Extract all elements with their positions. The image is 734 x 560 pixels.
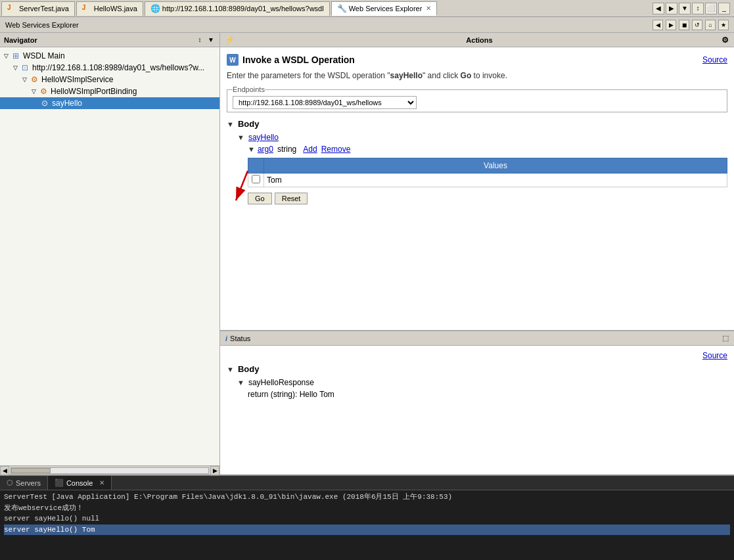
navigator-panel: Navigator ↕ ▼ ▽ ⊞ WSDL Main ▽ ⊡ http://1… [0,33,220,475]
title-bar: Web Services Explorer ◀ ▶ ◼ ↺ ⌂ ★ [0,17,734,33]
go-button[interactable]: Go [248,193,272,204]
status-say-hello-response-row: ▼ sayHelloResponse [237,378,727,387]
invoke-title: W Invoke a WSDL Operation [227,54,355,66]
right-panel: ⚡ Actions ⚙ W Invoke a WSDL Operation So… [220,33,734,475]
remove-link[interactable]: Remove [321,145,351,154]
tree-item-sayhello[interactable]: ⊙ sayHello [0,97,219,109]
tab-nav-maximize[interactable]: ⬜ [705,3,717,14]
invoke-title-text: Invoke a WSDL Operation [242,55,355,65]
status-content: Source ▼ Body ▼ sayHelloResponse return … [220,346,734,475]
body-toggle-arrow[interactable]: ▼ [227,120,234,128]
body-toggle-row: ▼ Body [227,119,727,129]
console-content: ServerTest [Java Application] E:\Program… [0,490,734,560]
tree-toggle-service[interactable]: ▽ [21,76,28,83]
scroll-track[interactable] [11,467,209,474]
status-body-toggle[interactable]: ▼ [227,365,234,373]
arg-row: ▼ arg0 string Add Remove [248,145,727,154]
tree-item-wsdl-main[interactable]: ▽ ⊞ WSDL Main [0,50,219,62]
reset-button[interactable]: Reset [275,193,308,204]
status-body-label: Body [238,364,260,374]
tab-nav-minimize[interactable]: _ [718,3,730,14]
wsdl-main-icon: ⊞ [11,51,21,61]
arg0-type: string [277,145,296,154]
tab-nav-back[interactable]: ◀ [653,3,664,14]
console-tabs: ⬡ Servers ⬛ Console ✕ [0,476,734,490]
endpoint-select[interactable]: http://192.168.1.108:8989/day01_ws/hello… [233,96,417,109]
horizontal-scrollbar[interactable]: ◀ ▶ [0,465,219,475]
tree-item-binding[interactable]: ▽ ⚙ HelloWSImplPortBinding [0,85,219,97]
tree-toggle-wsdl-main[interactable]: ▽ [3,53,9,59]
svg-line-1 [236,171,248,200]
tab-nav-sync[interactable]: ↕ [692,3,704,14]
status-panel: i Status ⬚ Source ▼ Body ▼ sayHelloRespo… [220,330,734,475]
actions-settings-icon[interactable]: ⚙ [722,35,729,45]
status-expand-icon[interactable]: ⬚ [722,334,729,342]
navigator-header-icons: ↕ ▼ [195,35,216,45]
values-input[interactable] [264,174,727,186]
tree-toggle-url[interactable]: ▽ [12,64,18,71]
bookmark-icon[interactable]: ★ [718,20,729,30]
add-link[interactable]: Add [303,145,317,154]
tab-console-label: Console [66,479,93,487]
status-say-hello-response: sayHelloResponse [248,378,314,387]
say-hello-link[interactable]: sayHello [248,133,279,142]
tree-item-service[interactable]: ▽ ⚙ HelloWSImplService [0,74,219,85]
scroll-right-btn[interactable]: ▶ [210,466,219,475]
tab-hello-ws-label: HelloWS.java [94,5,137,12]
status-source-link[interactable]: Source [702,351,727,360]
tab-console-close[interactable]: ✕ [99,479,104,486]
actions-header: ⚡ Actions ⚙ [220,33,734,47]
navigator-menu-icon[interactable]: ▼ [206,35,216,45]
tab-console[interactable]: ⬛ Console ✕ [48,476,112,490]
title-bar-icons: ◀ ▶ ◼ ↺ ⌂ ★ [653,20,729,30]
tab-bar: J ServerTest.java J HelloWS.java 🌐 http:… [0,0,734,17]
values-checkbox[interactable] [252,175,260,183]
tree-label-url: http://192.168.1.108:8989/day01_ws/hello… [32,63,204,72]
tab-servers-label: Servers [16,479,41,487]
back-icon[interactable]: ◀ [653,20,663,30]
sayhello-icon: ⊙ [39,98,50,108]
tree-label-service: HelloWSImplService [41,75,113,84]
status-body-toggle-row: ▼ Body [227,364,727,374]
say-hello-toggle[interactable]: ▼ [237,133,244,141]
tree-item-url[interactable]: ▽ ⊡ http://192.168.1.108:8989/day01_ws/h… [0,62,219,74]
tab-wsdl-url[interactable]: 🌐 http://192.168.1.108:8989/day01_ws/hel… [145,1,330,16]
forward-icon[interactable]: ▶ [666,20,676,30]
values-checkbox-cell[interactable] [248,174,264,187]
navigator-tree: ▽ ⊞ WSDL Main ▽ ⊡ http://192.168.1.108:8… [0,47,219,465]
tree-toggle-binding[interactable]: ▽ [30,88,37,95]
arrow-annotation [227,207,727,220]
scroll-left-btn[interactable]: ◀ [0,466,9,475]
status-response-toggle[interactable]: ▼ [237,379,244,386]
values-data-row [248,174,727,187]
tab-hello-ws[interactable]: J HelloWS.java [76,1,143,16]
tab-nav-forward[interactable]: ▶ [666,3,677,14]
tab-wse-close[interactable]: ✕ [426,5,431,12]
status-return-value: return (string): Hello Tom [248,390,334,399]
tab-server-test-label: ServerTest.java [19,5,69,12]
actions-source-link[interactable]: Source [702,55,727,64]
tab-servers[interactable]: ⬡ Servers [0,476,48,490]
tab-server-test[interactable]: J ServerTest.java [1,1,75,16]
status-title: Status [230,335,722,342]
tab-wse[interactable]: 🔧 Web Services Explorer ✕ [331,1,438,16]
home-icon[interactable]: ⌂ [705,20,716,30]
values-input-cell[interactable] [264,174,727,187]
stop-icon[interactable]: ◼ [679,20,689,30]
tab-nav-buttons: ◀ ▶ ▼ ↕ ⬜ _ [653,3,733,14]
console-area: ⬡ Servers ⬛ Console ✕ ServerTest [Java A… [0,475,734,560]
scroll-thumb[interactable] [11,468,51,473]
navigator-title: Navigator [4,36,37,44]
tab-nav-list[interactable]: ▼ [679,3,691,14]
refresh-icon[interactable]: ↺ [692,20,702,30]
arg-toggle[interactable]: ▼ [248,145,255,153]
invoke-description: Enter the parameters for the WSDL operat… [227,71,727,80]
go-reset-row: Go Reset [248,193,727,204]
navigator-sync-icon[interactable]: ↕ [195,35,204,45]
body-label: Body [238,119,260,129]
arg0-link[interactable]: arg0 [258,145,273,154]
console-line-0: ServerTest [Java Application] E:\Program… [4,493,452,501]
java-icon2: J [82,4,91,13]
main-layout: Navigator ↕ ▼ ▽ ⊞ WSDL Main ▽ ⊡ http://1… [0,33,734,475]
say-hello-row: ▼ sayHello [237,133,727,142]
